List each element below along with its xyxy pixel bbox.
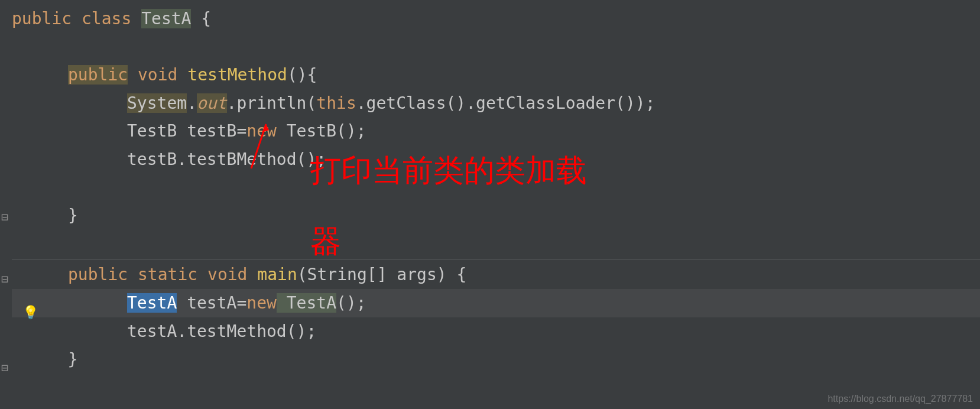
code-line <box>12 33 980 61</box>
field-ref: out <box>197 93 227 113</box>
method-call: println <box>236 93 306 113</box>
code-editor[interactable]: ⊟ ⊟ ⊟ 💡 public class TestA { public void… <box>0 0 980 374</box>
class-name: TestA <box>141 9 191 28</box>
params: (){ <box>287 65 317 85</box>
method-separator <box>12 259 980 259</box>
fold-marker-icon[interactable]: ⊟ <box>1 207 8 227</box>
method-chain: .getClass().getClassLoader()); <box>356 93 656 113</box>
code-line[interactable]: TestB testB=new TestB(); <box>12 117 980 145</box>
code-line[interactable]: public class TestA { <box>12 5 980 33</box>
type-ref: TestA <box>127 293 177 313</box>
code-line[interactable]: testB.testBMethod(); <box>12 145 980 174</box>
lightbulb-icon[interactable]: 💡 <box>22 301 38 323</box>
code-line[interactable]: } <box>12 202 980 230</box>
code-line[interactable]: public void testMethod(){ <box>12 61 980 89</box>
method-name: main <box>257 265 297 284</box>
keyword: void <box>138 65 177 85</box>
brace: } <box>67 349 79 369</box>
statement: testA.testMethod(); <box>127 322 316 341</box>
code-line-current[interactable]: TestA testA=new TestA(); <box>12 289 980 317</box>
watermark: https://blog.csdn.net/qq_27877781 <box>828 394 973 404</box>
keyword: public <box>68 265 128 284</box>
keyword: void <box>207 265 247 284</box>
brace: } <box>68 206 78 225</box>
brace: { <box>191 9 211 28</box>
keyword: static <box>138 265 197 284</box>
class-ref: System <box>127 93 187 113</box>
keyword: class <box>82 9 131 28</box>
fold-marker-icon[interactable]: ⊟ <box>1 269 8 289</box>
statement: testB.testBMethod(); <box>127 150 326 169</box>
code-line[interactable]: } <box>11 345 980 374</box>
keyword: new <box>246 293 277 313</box>
keyword: new <box>246 121 277 141</box>
keyword: public <box>68 65 128 85</box>
code-line[interactable]: testA.testMethod(); <box>12 317 980 346</box>
code-line[interactable]: public static void main(String[] args) { <box>12 261 980 289</box>
code-line[interactable]: System.out.println(this.getClass().getCl… <box>12 89 980 118</box>
code-line <box>12 174 980 202</box>
method-name: testMethod <box>187 65 287 85</box>
keyword: this <box>316 93 356 113</box>
keyword: public <box>12 9 72 28</box>
type-ref: TestB <box>127 121 177 141</box>
fold-marker-icon[interactable]: ⊟ <box>1 358 8 378</box>
params: (String[] args) { <box>297 265 467 284</box>
code-line <box>12 230 980 258</box>
